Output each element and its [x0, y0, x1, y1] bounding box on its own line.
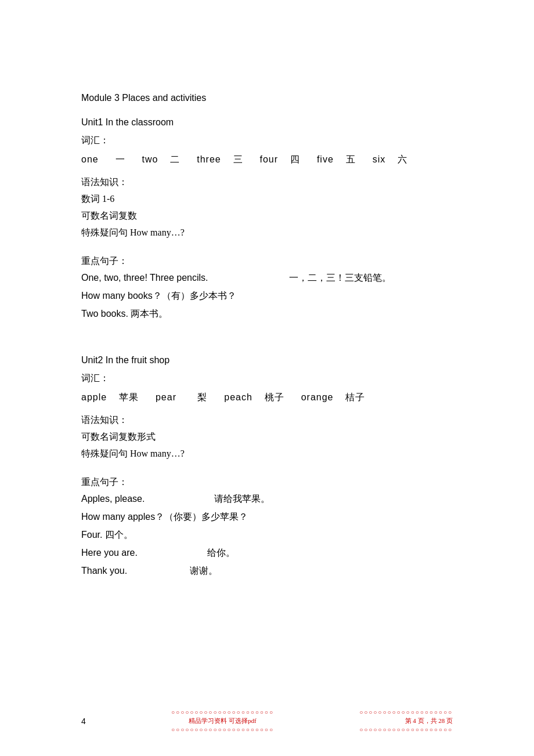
word-two: two: [142, 154, 158, 164]
unit1-key-label: 重点句子：: [81, 255, 453, 267]
unit2-vocab-label: 词汇：: [81, 372, 453, 385]
char-er: 二: [170, 154, 180, 164]
word-one: one: [81, 154, 99, 164]
unit1-s3-en: Two books. 两本书。: [81, 308, 168, 320]
unit2-sentence-2: How many apples？（你要）多少苹果？: [81, 511, 453, 523]
char-liu: 六: [398, 154, 407, 164]
footer-right: ○○○○○○○○○○○○○○○○○○○○ 第 4 页，共 28 页 ○○○○○○…: [359, 709, 453, 733]
word-six: six: [373, 154, 386, 164]
footer-center-text: 精品学习资料 可选择pdf: [189, 717, 256, 725]
unit1-block: Unit1 In the classroom 词汇： one 一 two 二 t…: [81, 117, 453, 320]
unit2-grammar-1: 可数名词复数形式: [81, 431, 453, 443]
unit2-s5-zh: 谢谢。: [190, 565, 218, 577]
unit1-s1-en: One, two, three! Three pencils.: [81, 273, 208, 283]
unit2-sentence-3: Four. 四个。: [81, 529, 453, 541]
unit1-grammar-3: 特殊疑问句 How many…?: [81, 227, 453, 239]
footer-right-dots-top: ○○○○○○○○○○○○○○○○○○○○: [359, 709, 453, 715]
word-apple: apple: [81, 392, 107, 402]
unit2-s4-zh: 给你。: [207, 547, 235, 559]
unit1-sentence-1: One, two, three! Three pencils. 一，二，三！三支…: [81, 272, 453, 284]
unit2-block: Unit2 In the fruit shop 词汇： apple 苹果 pea…: [81, 355, 453, 577]
module-title: Module 3 Places and activities: [81, 93, 453, 103]
word-orange: orange: [301, 392, 334, 402]
char-wu: 五: [346, 154, 356, 164]
page-number: 4: [81, 717, 86, 726]
unit2-title: Unit2 In the fruit shop: [81, 355, 453, 366]
unit1-title: Unit1 In the classroom: [81, 117, 453, 128]
unit1-grammar-2: 可数名词复数: [81, 210, 453, 222]
unit2-grammar-label: 语法知识：: [81, 414, 453, 426]
unit2-s1-en: Apples, please.: [81, 494, 145, 504]
word-peach: peach: [224, 392, 252, 402]
char-san: 三: [233, 154, 243, 164]
char-peach-zh: 桃子: [265, 392, 284, 402]
unit2-s1-zh: 请给我苹果。: [214, 493, 270, 505]
char-apple-zh: 苹果: [119, 392, 139, 402]
unit2-s4-en: Here you are.: [81, 548, 138, 558]
word-pear: pear: [156, 392, 176, 402]
char-pear-zh: 梨: [197, 392, 207, 402]
footer-center-dots-bottom: ○○○○○○○○○○○○○○○○○○○○○○: [171, 726, 274, 733]
footer-center-dots-top: ○○○○○○○○○○○○○○○○○○○○○○: [171, 709, 274, 715]
char-yi: 一: [116, 154, 125, 164]
page-footer: 4 ○○○○○○○○○○○○○○○○○○○○○○ 精品学习资料 可选择pdf ○…: [81, 709, 453, 733]
unit2-s2-en: How many apples？（你要）多少苹果？: [81, 511, 248, 523]
unit2-sentence-5: Thank you. 谢谢。: [81, 565, 453, 577]
unit1-s1-zh: 一，二，三！三支铅笔。: [289, 272, 391, 284]
word-five: five: [317, 154, 334, 164]
unit1-sentence-2: How many books？（有）多少本书？: [81, 290, 453, 302]
footer-right-text: 第 4 页，共 28 页: [405, 717, 453, 725]
unit2-grammar-2: 特殊疑问句 How many…?: [81, 448, 453, 460]
word-three: three: [197, 154, 221, 164]
unit2-sentence-4: Here you are. 给你。: [81, 547, 453, 559]
unit1-grammar-label: 语法知识：: [81, 176, 453, 189]
word-four: four: [260, 154, 279, 164]
char-orange-zh: 桔子: [345, 392, 365, 402]
page-container: Module 3 Places and activities Unit1 In …: [0, 0, 534, 756]
footer-right-dots-bottom: ○○○○○○○○○○○○○○○○○○○○: [359, 726, 453, 733]
unit1-sentence-3: Two books. 两本书。: [81, 308, 453, 320]
unit1-grammar-1: 数词 1-6: [81, 193, 453, 205]
unit1-vocab-label: 词汇：: [81, 135, 453, 147]
unit2-sentence-1: Apples, please. 请给我苹果。: [81, 493, 453, 505]
unit1-s2-en: How many books？（有）多少本书？: [81, 290, 236, 302]
footer-center: ○○○○○○○○○○○○○○○○○○○○○○ 精品学习资料 可选择pdf ○○○…: [171, 709, 274, 733]
module-section: Module 3 Places and activities: [81, 93, 453, 103]
unit1-vocab-row: one 一 two 二 three 三 four 四 five 五 six 六: [81, 151, 453, 168]
unit2-s3-en: Four. 四个。: [81, 529, 133, 541]
char-si: 四: [290, 154, 300, 164]
unit2-key-label: 重点句子：: [81, 476, 453, 489]
unit2-s5-en: Thank you.: [81, 566, 127, 576]
unit2-vocab-row: apple 苹果 pear 梨 peach 桃子 orange 桔子: [81, 389, 453, 406]
